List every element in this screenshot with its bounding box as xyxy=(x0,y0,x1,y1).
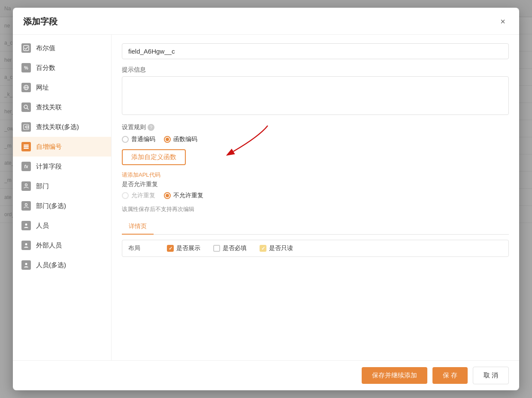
svg-line-5 xyxy=(27,108,29,110)
radio-func-circle xyxy=(164,136,171,143)
detail-table: 布局 是否展示 是否必填 是否只读 xyxy=(122,240,509,257)
radio-disallow-circle xyxy=(164,192,171,199)
sidebar-item-dept-multi[interactable]: 部门(多选) xyxy=(13,196,111,216)
svg-rect-10 xyxy=(24,146,29,148)
apl-hint-text: 请添加APL代码 xyxy=(122,171,509,179)
readonly-checkbox[interactable] xyxy=(260,245,266,252)
save-notice-text: 该属性保存后不支持再次编辑 xyxy=(122,205,509,213)
detail-col-show: 是否展示 xyxy=(167,244,200,252)
dialog-body: 布尔值 % 百分数 网址 查找关联 xyxy=(13,35,519,360)
person-multi-icon xyxy=(21,260,31,270)
sidebar-item-auto-number[interactable]: 自增编号 xyxy=(13,137,111,157)
radio-allow-repeat[interactable]: 允许重复 xyxy=(122,192,155,199)
bool-icon xyxy=(21,43,31,53)
dept-icon xyxy=(21,181,31,191)
radio-allow-circle xyxy=(122,192,129,199)
required-checkbox[interactable] xyxy=(213,245,220,252)
auto-number-icon xyxy=(21,142,31,151)
svg-rect-0 xyxy=(24,45,29,51)
sidebar-label-bool: 布尔值 xyxy=(36,44,55,52)
detail-col-readonly: 是否只读 xyxy=(260,244,293,252)
repeat-radio-group: 允许重复 不允许重复 xyxy=(122,192,509,199)
sidebar-label-auto-number: 自增编号 xyxy=(36,143,62,151)
field-name-input[interactable] xyxy=(122,43,509,59)
sidebar-item-dept[interactable]: 部门 xyxy=(13,176,111,196)
sidebar-label-external-person: 外部人员 xyxy=(36,241,62,250)
percent-icon: % xyxy=(21,63,31,72)
sidebar-label-person-multi: 人员(多选) xyxy=(36,261,66,269)
sidebar-label-calc: 计算字段 xyxy=(36,163,62,171)
sidebar-label-dept-multi: 部门(多选) xyxy=(36,202,66,210)
sidebar-item-person[interactable]: 人员 xyxy=(13,216,111,235)
sidebar-label-lookup: 查找关联 xyxy=(36,103,62,112)
help-icon[interactable]: ? xyxy=(148,124,154,131)
add-custom-function-button[interactable]: 添加自定义函数 xyxy=(122,149,186,165)
close-button[interactable]: × xyxy=(497,15,509,27)
external-person-icon xyxy=(21,241,31,250)
cancel-button[interactable]: 取 消 xyxy=(473,367,509,384)
svg-rect-9 xyxy=(24,145,29,146)
sidebar-label-dept: 部门 xyxy=(36,182,49,190)
tab-bar: 详情页 xyxy=(122,219,509,235)
save-continue-button[interactable]: 保存并继续添加 xyxy=(362,367,427,384)
sidebar-item-lookup[interactable]: 查找关联 xyxy=(13,97,111,117)
radio-normal-coding[interactable]: 普通编码 xyxy=(122,136,155,143)
detail-table-header-row: 布局 是否展示 是否必填 是否只读 xyxy=(122,240,508,256)
add-field-dialog: 添加字段 × 布尔值 % 百分数 网址 xyxy=(13,8,519,390)
show-checkbox[interactable] xyxy=(167,245,174,252)
add-func-container: 添加自定义函数 xyxy=(122,149,509,167)
sidebar-item-url[interactable]: 网址 xyxy=(13,78,111,97)
sidebar-item-bool[interactable]: 布尔值 xyxy=(13,38,111,58)
lookup-multi-icon xyxy=(21,122,31,132)
sidebar-label-person: 人员 xyxy=(36,222,49,230)
detail-col-required: 是否必填 xyxy=(213,244,247,252)
sidebar-item-external-person[interactable]: 外部人员 xyxy=(13,235,111,255)
sidebar-item-calc[interactable]: fx 计算字段 xyxy=(13,157,111,176)
svg-rect-11 xyxy=(24,148,29,149)
lookup-icon xyxy=(21,103,31,112)
sidebar-label-url: 网址 xyxy=(36,84,49,92)
url-icon xyxy=(21,83,31,92)
hint-textarea[interactable] xyxy=(122,76,509,115)
dialog-header: 添加字段 × xyxy=(13,8,519,35)
sidebar-item-person-multi[interactable]: 人员(多选) xyxy=(13,255,111,275)
radio-disallow-repeat[interactable]: 不允许重复 xyxy=(164,192,203,199)
rules-label: 设置规则 ? xyxy=(122,124,154,131)
field-config-content: 提示信息 设置规则 ? 普通编码 函数编码 xyxy=(112,35,519,360)
sidebar-item-lookup-multi[interactable]: 查找关联(多选) xyxy=(13,117,111,137)
tab-detail-page[interactable]: 详情页 xyxy=(122,219,154,235)
detail-col-layout: 布局 xyxy=(128,244,154,252)
svg-point-12 xyxy=(25,184,27,186)
svg-point-13 xyxy=(25,204,27,206)
sidebar-item-percent[interactable]: % 百分数 xyxy=(13,58,111,78)
dialog-title: 添加字段 xyxy=(23,16,57,27)
svg-point-14 xyxy=(25,223,27,226)
svg-point-15 xyxy=(25,243,27,245)
sidebar-label-lookup-multi: 查找关联(多选) xyxy=(36,123,79,131)
dialog-footer: 保存并继续添加 保 存 取 消 xyxy=(13,360,519,390)
rule-radio-group: 普通编码 函数编码 xyxy=(122,136,509,143)
save-button[interactable]: 保 存 xyxy=(432,367,468,384)
dept-multi-icon xyxy=(21,201,31,211)
radio-normal-circle xyxy=(122,136,129,143)
rules-row: 设置规则 ? xyxy=(122,124,509,131)
svg-point-4 xyxy=(24,105,27,109)
person-icon xyxy=(21,221,31,230)
field-type-sidebar: 布尔值 % 百分数 网址 查找关联 xyxy=(13,35,112,360)
sidebar-label-percent: 百分数 xyxy=(36,64,55,72)
svg-point-16 xyxy=(25,263,27,265)
radio-func-coding[interactable]: 函数编码 xyxy=(164,136,197,143)
calc-icon: fx xyxy=(21,162,31,171)
allow-repeat-label: 是否允许重复 xyxy=(122,181,509,188)
hint-label: 提示信息 xyxy=(122,66,509,74)
